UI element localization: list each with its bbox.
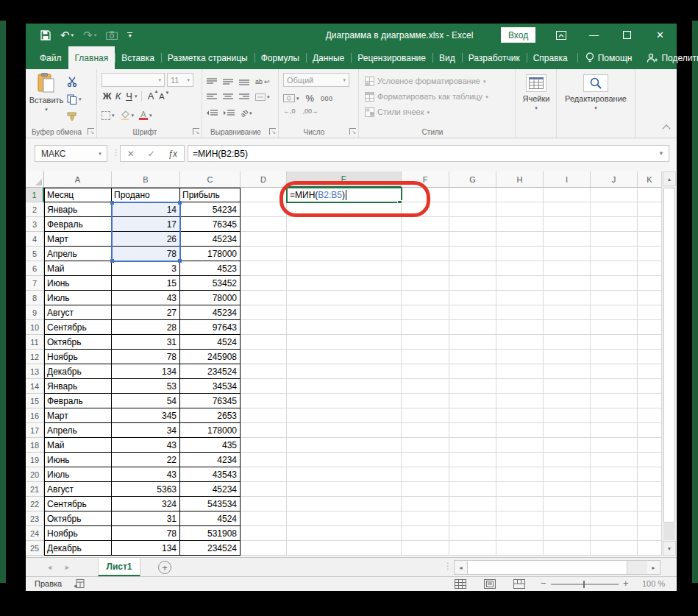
cell-E11[interactable]: [287, 335, 402, 350]
cell-E18[interactable]: [287, 438, 402, 453]
page-layout-view-button[interactable]: [484, 579, 496, 590]
cell-E16[interactable]: [287, 408, 402, 423]
cell-J16[interactable]: [591, 408, 638, 423]
cell-F3[interactable]: [402, 217, 449, 232]
cell-K16[interactable]: [638, 408, 662, 423]
cell-I12[interactable]: [544, 350, 591, 364]
cell-C8[interactable]: 78000: [180, 291, 241, 305]
cell-K4[interactable]: [638, 232, 662, 247]
cell-J9[interactable]: [591, 305, 638, 320]
zoom-out-button[interactable]: −: [541, 578, 546, 589]
range-handle[interactable]: [110, 201, 114, 205]
ribbon-tab-5[interactable]: Данные: [306, 46, 351, 69]
cell-I18[interactable]: [544, 438, 591, 453]
cell-G21[interactable]: [449, 482, 496, 497]
add-sheet-button[interactable]: +: [158, 561, 171, 574]
cell-G24[interactable]: [449, 526, 496, 541]
cell-D25[interactable]: [241, 541, 287, 556]
cell-H5[interactable]: [496, 247, 544, 261]
cell-C25[interactable]: 234524: [180, 541, 241, 556]
row-header-16[interactable]: 16: [26, 408, 44, 423]
ribbon-tab-6[interactable]: Рецензирование: [351, 46, 432, 69]
cell-A10[interactable]: Сентябрь: [44, 320, 112, 335]
column-header-J[interactable]: J: [591, 171, 638, 188]
cell-D14[interactable]: [241, 379, 287, 394]
share-button[interactable]: Поделиться: [647, 53, 698, 63]
row-header-7[interactable]: 7: [26, 276, 44, 291]
cell-B9[interactable]: 27: [112, 305, 180, 320]
cell-E9[interactable]: [287, 305, 402, 320]
cell-J23[interactable]: [591, 511, 638, 526]
shrink-font-button[interactable]: А▼: [157, 92, 168, 101]
cell-K1[interactable]: [638, 188, 662, 202]
ribbon-tab-9[interactable]: Справка: [527, 46, 574, 69]
cell-E24[interactable]: [287, 526, 402, 541]
normal-view-button[interactable]: [455, 579, 466, 590]
column-header-I[interactable]: I: [544, 171, 591, 188]
cell-D5[interactable]: [241, 247, 287, 261]
cell-A7[interactable]: Июнь: [44, 276, 112, 291]
cell-G8[interactable]: [449, 291, 496, 305]
cell-H11[interactable]: [496, 335, 544, 350]
cell-C3[interactable]: 76345: [180, 217, 241, 232]
cell-A25[interactable]: Декабрь: [44, 541, 112, 556]
cell-G19[interactable]: [449, 453, 496, 467]
cell-D3[interactable]: [241, 217, 287, 232]
cell-F5[interactable]: [402, 247, 449, 261]
cell-I8[interactable]: [544, 291, 591, 305]
cell-A15[interactable]: Февраль: [44, 394, 112, 408]
cell-B16[interactable]: 345: [112, 408, 180, 423]
borders-button[interactable]: ▾: [102, 107, 115, 123]
cell-A17[interactable]: Апрель: [44, 423, 112, 438]
cell-A12[interactable]: Ноябрь: [44, 350, 112, 364]
copy-button[interactable]: ▾: [67, 91, 82, 107]
cell-A6[interactable]: Май: [44, 261, 112, 276]
cell-D22[interactable]: [241, 497, 287, 511]
column-header-K[interactable]: K: [638, 171, 662, 188]
column-header-C[interactable]: C: [180, 171, 241, 188]
cell-C13[interactable]: 234524: [180, 364, 241, 379]
cell-G12[interactable]: [449, 350, 496, 364]
cell-D7[interactable]: [241, 276, 287, 291]
row-header-14[interactable]: 14: [26, 379, 44, 394]
cell-K20[interactable]: [638, 467, 662, 482]
cell-B15[interactable]: 54: [112, 394, 180, 408]
accounting-format-button[interactable]: ▾: [283, 91, 299, 106]
cell-K24[interactable]: [638, 526, 662, 541]
cell-B11[interactable]: 31: [112, 335, 180, 350]
align-right-icon[interactable]: [239, 93, 249, 101]
cell-C18[interactable]: 435: [180, 438, 241, 453]
ribbon-tab-1[interactable]: Главная: [68, 46, 115, 69]
cell-F18[interactable]: [402, 438, 449, 453]
wrap-text-button[interactable]: ab↩: [255, 74, 270, 89]
cell-H18[interactable]: [496, 438, 544, 453]
cell-I13[interactable]: [544, 364, 591, 379]
cell-A11[interactable]: Октябрь: [44, 335, 112, 350]
vertical-scrollbar[interactable]: ▲ ▼: [661, 171, 676, 556]
cell-E5[interactable]: [287, 247, 402, 261]
minimize-button[interactable]: —: [577, 24, 610, 46]
cell-I20[interactable]: [544, 467, 591, 482]
prev-sheet-arrow[interactable]: ◄: [46, 564, 53, 571]
cell-J8[interactable]: [591, 291, 638, 305]
cell-K8[interactable]: [638, 291, 662, 305]
column-header-B[interactable]: B: [112, 171, 180, 188]
cell-D10[interactable]: [241, 320, 287, 335]
expand-formula-bar-icon[interactable]: ▼: [658, 150, 669, 157]
cell-K15[interactable]: [638, 394, 662, 408]
cell-K11[interactable]: [638, 335, 662, 350]
cell-H2[interactable]: [496, 202, 544, 217]
cell-F12[interactable]: [402, 350, 449, 364]
cell-E3[interactable]: [287, 217, 402, 232]
sign-in-button[interactable]: Вход: [501, 27, 535, 43]
range-handle[interactable]: [178, 201, 182, 205]
cell-J11[interactable]: [591, 335, 638, 350]
row-header-2[interactable]: 2: [26, 202, 44, 217]
cell-B7[interactable]: 15: [112, 276, 180, 291]
orientation-button[interactable]: ab▾: [241, 105, 252, 121]
cell-D24[interactable]: [241, 526, 287, 541]
number-dialog-launcher[interactable]: ↘: [349, 128, 356, 135]
cell-I14[interactable]: [544, 379, 591, 394]
cell-F17[interactable]: [402, 423, 449, 438]
cell-H24[interactable]: [496, 526, 544, 541]
